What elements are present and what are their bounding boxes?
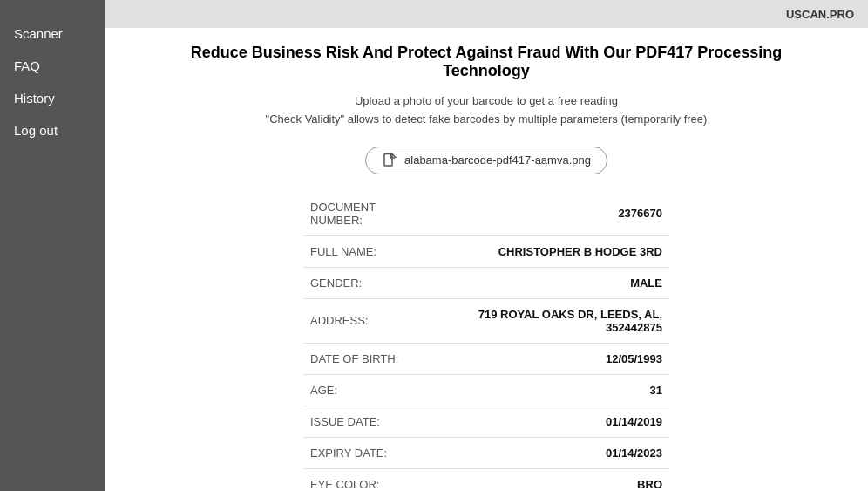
field-value: 31 <box>425 374 669 406</box>
field-label: AGE: <box>303 374 425 406</box>
table-row: EYE COLOR:BRO <box>303 468 669 491</box>
table-row: ADDRESS:719 ROYAL OAKS DR, LEEDS, AL, 35… <box>303 298 669 343</box>
subtitle-line2: "Check Validity" allows to detect fake b… <box>266 111 708 129</box>
field-value: BRO <box>425 468 669 491</box>
sidebar-item-faq[interactable]: FAQ <box>0 50 105 82</box>
field-label: FULL NAME: <box>303 235 425 267</box>
sidebar-item-logout[interactable]: Log out <box>0 114 105 147</box>
table-row: GENDER:MALE <box>303 267 669 298</box>
field-label: DATE OF BIRTH: <box>303 343 425 374</box>
field-value: 719 ROYAL OAKS DR, LEEDS, AL, 352442875 <box>425 298 669 343</box>
table-row: FULL NAME:CHRISTOPHER B HODGE 3RD <box>303 235 669 267</box>
file-icon <box>382 153 397 168</box>
field-label: EYE COLOR: <box>303 468 425 491</box>
field-value: 01/14/2023 <box>425 437 669 468</box>
field-label: ADDRESS: <box>303 298 425 343</box>
table-row: EXPIRY DATE:01/14/2023 <box>303 437 669 468</box>
field-value: 01/14/2019 <box>425 406 669 437</box>
field-value: CHRISTOPHER B HODGE 3RD <box>425 235 669 267</box>
field-label: DOCUMENT NUMBER: <box>303 192 425 236</box>
field-value: 2376670 <box>425 192 669 236</box>
table-row: AGE:31 <box>303 374 669 406</box>
field-value: 12/05/1993 <box>425 343 669 374</box>
brand-label: USCAN.PRO <box>786 8 854 21</box>
subtitle: Upload a photo of your barcode to get a … <box>266 92 708 129</box>
table-row: ISSUE DATE:01/14/2019 <box>303 406 669 437</box>
table-row: DOCUMENT NUMBER:2376670 <box>303 192 669 236</box>
sidebar: Scanner FAQ History Log out <box>0 0 105 491</box>
field-label: GENDER: <box>303 267 425 298</box>
field-label: ISSUE DATE: <box>303 406 425 437</box>
main-content: USCAN.PRO Reduce Business Risk And Prote… <box>105 0 868 491</box>
data-table: DOCUMENT NUMBER:2376670FULL NAME:CHRISTO… <box>303 192 669 491</box>
field-label: EXPIRY DATE: <box>303 437 425 468</box>
sidebar-item-history[interactable]: History <box>0 82 105 114</box>
top-bar: USCAN.PRO <box>105 0 868 28</box>
field-value: MALE <box>425 267 669 298</box>
subtitle-line1: Upload a photo of your barcode to get a … <box>266 92 708 111</box>
file-name: alabama-barcode-pdf417-aamva.png <box>404 153 591 167</box>
table-row: DATE OF BIRTH:12/05/1993 <box>303 343 669 374</box>
sidebar-item-scanner[interactable]: Scanner <box>0 17 105 50</box>
page-title: Reduce Business Risk And Protect Against… <box>181 44 791 80</box>
file-pill[interactable]: alabama-barcode-pdf417-aamva.png <box>365 147 607 174</box>
